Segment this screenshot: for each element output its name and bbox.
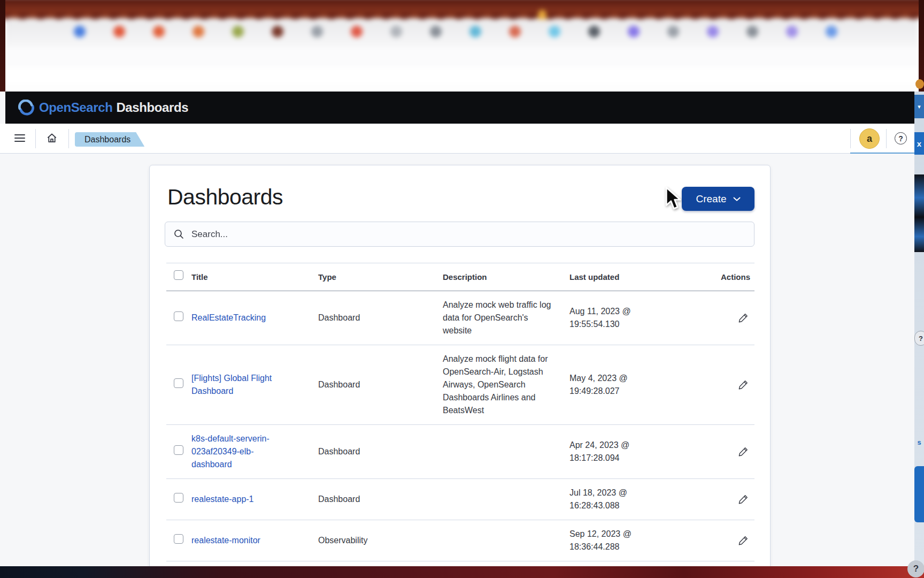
row-checkbox-cell <box>166 378 191 392</box>
search-icon <box>174 229 184 239</box>
tab-favicon-dot <box>272 26 283 37</box>
brand-text: OpenSearchDashboards <box>39 100 188 115</box>
strip-blue-blob <box>914 466 924 522</box>
question-icon: ? <box>913 564 919 574</box>
table-row: [Flights] Global Flight Dashboard Dashbo… <box>166 345 754 425</box>
dashboard-link[interactable]: [Flights] Global Flight Dashboard <box>191 374 272 396</box>
avatar[interactable]: a <box>859 128 880 149</box>
nav-separator <box>850 129 851 148</box>
pencil-icon <box>738 380 748 390</box>
dashboards-table: Title Type Description Last updated Acti… <box>166 263 754 566</box>
tab-favicon-dot <box>232 26 244 37</box>
create-button[interactable]: Create <box>682 187 754 211</box>
row-checkbox[interactable] <box>174 445 183 455</box>
row-checkbox-cell <box>166 445 191 459</box>
tab-favicon-dot <box>74 26 86 37</box>
browser-address-row <box>5 47 919 67</box>
tab-favicon-dot <box>153 26 165 37</box>
search-box[interactable] <box>165 222 754 247</box>
browser-chrome-blur-layer <box>0 0 924 92</box>
help-button[interactable]: ? <box>895 132 907 144</box>
row-title-cell: realestate-app-1 <box>191 485 318 513</box>
nav-separator <box>68 129 69 148</box>
navbar: Dashboards a ? <box>0 124 914 154</box>
brand-opensearch: OpenSearch <box>39 100 112 115</box>
tab-favicon-dot <box>786 26 798 37</box>
strip-question-bubble: ? <box>914 331 924 346</box>
create-button-label: Create <box>696 193 726 205</box>
pencil-icon <box>738 447 748 457</box>
select-all-cell <box>166 263 191 291</box>
dashboard-link[interactable]: RealEstateTracking <box>191 313 266 322</box>
row-description: Analyze mock web traffic log data for Op… <box>443 291 569 345</box>
edit-button[interactable] <box>736 492 750 506</box>
col-last-updated[interactable]: Last updated <box>569 264 710 291</box>
col-actions: Actions <box>721 264 754 291</box>
row-type: Dashboard <box>318 485 443 513</box>
corner-help-bubble[interactable]: ? <box>907 560 924 577</box>
close-icon: x <box>917 139 921 148</box>
col-title[interactable]: Title <box>191 264 318 291</box>
row-last-updated: Jul 18, 2023 @ 16:28:43.088 <box>569 479 710 520</box>
row-checkbox[interactable] <box>174 378 183 388</box>
row-actions-cell <box>736 534 754 547</box>
tab-favicon-dot <box>430 26 442 37</box>
row-checkbox-cell <box>166 311 191 325</box>
table-row: RealEstateTracking Dashboard Analyze moc… <box>166 291 754 345</box>
pencil-icon <box>738 536 748 545</box>
col-type[interactable]: Type <box>318 264 443 291</box>
tab-favicon-dot <box>549 26 560 37</box>
strip-close-button[interactable]: x <box>914 132 924 155</box>
strip-caret-button[interactable]: ▾ <box>914 95 924 118</box>
strip-s-label: s <box>914 438 924 446</box>
row-title-cell: [Flights] Global Flight Dashboard <box>191 364 318 405</box>
edit-button[interactable] <box>736 378 750 392</box>
select-all-checkbox[interactable] <box>174 270 183 280</box>
menu-button[interactable] <box>13 131 27 145</box>
row-actions-cell <box>736 445 754 459</box>
row-last-updated: Jul 18, 2023 @ 16:28:43.088 <box>569 561 710 566</box>
edit-button[interactable] <box>736 311 750 325</box>
dashboard-link[interactable]: realestate-monitor <box>191 536 260 545</box>
page-title: Dashboards <box>167 185 283 210</box>
tab-favicon-dot <box>826 26 837 37</box>
tab-favicon-dot <box>509 26 521 37</box>
nav-separator <box>886 129 887 148</box>
table-row: k8s-default-serverin-023af20349-elb-dash… <box>166 425 754 479</box>
opensearch-brand[interactable]: OpenSearchDashboards <box>18 100 188 116</box>
left-window-edge <box>0 0 5 92</box>
browser-chrome <box>0 0 924 92</box>
table-header-row: Title Type Description Last updated Acti… <box>166 263 754 291</box>
home-icon <box>46 132 58 144</box>
desktop-wallpaper-strip <box>0 566 924 578</box>
search-input[interactable] <box>190 229 754 240</box>
dashboard-link[interactable]: realestate-app-1 <box>191 495 254 504</box>
row-actions-cell <box>736 311 754 325</box>
col-description: Description <box>443 264 569 291</box>
row-description: Analyze mock flight data for OpenSearch-… <box>443 345 569 424</box>
breadcrumb[interactable]: Dashboards <box>75 132 144 147</box>
edit-button[interactable] <box>736 445 750 459</box>
edit-button[interactable] <box>736 534 750 547</box>
row-type: Dashboard <box>318 371 443 399</box>
tab-favicon-dot <box>311 26 323 37</box>
row-checkbox[interactable] <box>174 534 183 544</box>
bookmarks-row <box>5 67 919 83</box>
dashboard-link[interactable]: k8s-default-serverin-023af20349-elb-dash… <box>191 434 270 469</box>
breadcrumb-label: Dashboards <box>84 135 130 144</box>
help-icon: ? <box>898 134 903 143</box>
row-checkbox[interactable] <box>174 311 183 321</box>
tab-favicon-dot <box>113 26 125 37</box>
row-checkbox[interactable] <box>174 493 183 503</box>
opensearch-logo-icon <box>18 100 34 116</box>
table-row: realestate-monitor Observability Sep 12,… <box>166 520 754 561</box>
row-last-updated: Apr 24, 2023 @ 18:17:28.094 <box>569 431 710 472</box>
tab-favicon-dot <box>390 26 402 37</box>
row-checkbox-cell <box>166 493 191 506</box>
row-last-updated: Sep 12, 2023 @ 18:36:44.288 <box>569 520 710 561</box>
row-type: Dashboard <box>318 304 443 332</box>
app-header: OpenSearchDashboards <box>5 92 914 124</box>
row-checkbox-cell <box>166 534 191 547</box>
home-button[interactable] <box>45 131 59 145</box>
page-content: Dashboards Create Title Type Description… <box>0 154 914 566</box>
